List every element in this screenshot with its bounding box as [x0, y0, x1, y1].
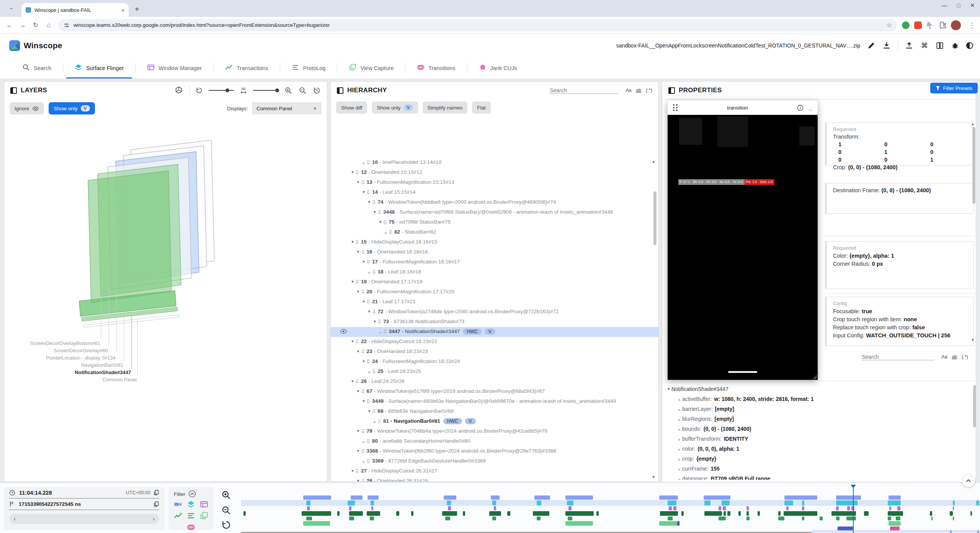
collapse-arrow-icon[interactable]: ▾: [372, 319, 377, 324]
pin-icon[interactable]: [361, 179, 365, 186]
protolog-event[interactable]: [568, 517, 572, 520]
window-manager-event[interactable]: [836, 506, 839, 510]
transactions-event[interactable]: [463, 511, 465, 516]
transactions-event[interactable]: [507, 511, 510, 516]
transactions-event[interactable]: [565, 511, 593, 516]
filter-transitions-icon[interactable]: [187, 523, 195, 531]
protolog-event[interactable]: [537, 517, 541, 520]
collapse-arrow-icon[interactable]: ▾: [350, 379, 355, 384]
screen-recording-event[interactable]: [836, 495, 861, 500]
hierarchy-node-25[interactable]: 25- Leaf:18:23#25: [331, 367, 658, 377]
window-manager-event[interactable]: [349, 506, 351, 510]
layer-label[interactable]: NavigationBar0#81: [81, 362, 123, 368]
hierarchy-node-12[interactable]: ▾12- OneHanded:15:15#12: [331, 168, 658, 178]
screen-recording-event[interactable]: [444, 495, 456, 500]
collapse-arrow-icon[interactable]: ▾: [350, 339, 355, 344]
window-manager-event[interactable]: [719, 506, 722, 510]
property-row-blurRegions[interactable]: blurRegions:[empty]: [666, 414, 976, 424]
window-manager-event[interactable]: [448, 506, 451, 510]
bookmark-star-icon[interactable]: ☆: [887, 21, 892, 29]
transactions-event[interactable]: [533, 511, 549, 516]
window-manager-event[interactable]: [673, 506, 676, 510]
transactions-event[interactable]: [778, 511, 781, 516]
hierarchy-node-3448[interactable]: ▾3448- Surface(name=ed70f88 StatusBar)/@…: [331, 208, 658, 217]
protolog-event[interactable]: [668, 517, 673, 520]
protolog-event[interactable]: [953, 517, 954, 520]
hierarchy-node-13[interactable]: ▾13- FullscreenMagnification:15:15#13: [331, 178, 658, 188]
visibility-eye-icon[interactable]: [340, 329, 347, 335]
minimize-overlay-icon[interactable]: _: [809, 104, 812, 111]
window-maximize-icon[interactable]: □: [957, 2, 960, 8]
collapse-arrow-icon[interactable]: ▾: [350, 239, 355, 244]
window-manager-event[interactable]: [669, 506, 672, 510]
hierarchy-node-20[interactable]: ▾20- FullscreenMagnification:17:17#20: [331, 287, 658, 297]
reload-icon[interactable]: ↻: [29, 21, 42, 29]
transactions-event[interactable]: [411, 511, 413, 516]
next-frame-button[interactable]: ›: [153, 516, 155, 522]
hierarchy-node-16[interactable]: ▾16- OneHanded:16:16#16: [331, 247, 658, 257]
timeline-zoom-in-icon[interactable]: [221, 490, 231, 500]
layer-label[interactable]: Common Panel: [102, 377, 137, 383]
timeline-cursor-head[interactable]: [851, 485, 856, 488]
window-manager-event[interactable]: [802, 506, 804, 510]
collapse-arrow-icon[interactable]: ▾: [367, 409, 372, 414]
screen-recording-event[interactable]: [704, 495, 730, 500]
filter-transactions-icon[interactable]: [174, 512, 182, 520]
hierarchy-node-81[interactable]: 81- NavigationBar0#81HWCV: [331, 417, 658, 427]
match-word-icon[interactable]: ab: [636, 88, 641, 93]
property-row-activeBuffer[interactable]: activeBuffer:w: 1080, h: 2400, stride: 2…: [666, 394, 976, 404]
transactions-event[interactable]: [442, 511, 457, 516]
surface-flinger-event[interactable]: [888, 500, 901, 505]
surface-flinger-event[interactable]: [722, 500, 730, 505]
filter-presets-button[interactable]: Filter Presets: [930, 83, 978, 93]
pin-icon[interactable]: [355, 378, 359, 386]
transactions-event[interactable]: [738, 511, 741, 516]
forward-icon[interactable]: →: [16, 21, 29, 29]
transactions-event[interactable]: [930, 511, 932, 516]
hierarchy-node-28[interactable]: ▾28- OneHanded:26:31#28: [331, 476, 658, 482]
hierarchy-scroll-up-icon[interactable]: ▲: [652, 159, 655, 163]
protolog-event[interactable]: [746, 517, 750, 520]
human-time-input[interactable]: 11:04:14.228: [19, 490, 52, 496]
hierarchy-node-21[interactable]: ▾21- Leaf:17:17#21: [331, 297, 658, 307]
pin-icon[interactable]: [355, 169, 359, 177]
hierarchy-scroll-down-icon[interactable]: ▼: [652, 475, 655, 479]
transactions-event[interactable]: [970, 511, 972, 516]
hierarchy-node-74[interactable]: ▾74- WindowToken{fdddbe6 type=2000 andro…: [331, 198, 658, 208]
view-capture-event[interactable]: [565, 521, 593, 526]
pin-icon[interactable]: [366, 438, 370, 445]
surface-flinger-event[interactable]: [447, 500, 451, 505]
properties-panel-collapse-icon[interactable]: [668, 87, 675, 94]
shortcuts-icon[interactable]: ⌘: [920, 41, 929, 50]
properties-scroll-up-icon[interactable]: ▲: [971, 122, 975, 126]
tab-surface-flinger[interactable]: Surface Flinger: [63, 57, 135, 78]
surface-flinger-event[interactable]: [784, 500, 793, 505]
chip-flat[interactable]: Flat: [472, 101, 491, 114]
pin-icon[interactable]: [383, 329, 387, 336]
hierarchy-node-14[interactable]: ▾14- Leaf:15:15#14: [331, 188, 658, 198]
hierarchy-node-3449[interactable]: ▾3449- Surface(name=885b63e NavigationBa…: [331, 397, 658, 407]
surface-flinger-event[interactable]: [567, 500, 573, 505]
pin-icon[interactable]: [355, 468, 359, 475]
collapse-arrow-icon[interactable]: ▾: [350, 170, 355, 175]
timeline-zoom-out-icon[interactable]: [221, 505, 231, 515]
property-row-bufferTransform[interactable]: bufferTransform:IDENTITY: [666, 434, 976, 444]
property-row-color[interactable]: color:(0, 0, 0), alpha: 1: [666, 444, 976, 454]
hierarchy-node-80[interactable]: 80- ace6abb SecondaryHomeHandle0#80: [331, 437, 658, 446]
protolog-event[interactable]: [836, 517, 840, 520]
collapse-arrow-icon[interactable]: ▾: [356, 180, 361, 185]
window-manager-event[interactable]: [897, 506, 900, 510]
properties-scroll-down-icon[interactable]: ▼: [971, 338, 975, 342]
chip-show-diff[interactable]: Show diff: [336, 101, 367, 114]
overlay-titlebar[interactable]: transition _: [668, 100, 818, 115]
protolog-event[interactable]: [896, 517, 900, 520]
window-manager-event[interactable]: [786, 506, 789, 510]
match-case-icon[interactable]: Aa: [626, 88, 631, 93]
pin-icon[interactable]: [355, 338, 359, 346]
screen-recording-event[interactable]: [491, 495, 500, 500]
transactions-event[interactable]: [596, 511, 599, 516]
nanosecond-time-input[interactable]: 1715339054227572545 ns: [19, 501, 81, 507]
window-manager-event[interactable]: [568, 506, 572, 510]
hierarchy-node-22[interactable]: ▾22- HideDisplayCutout:18:23#22: [331, 337, 658, 347]
pin-icon[interactable]: [366, 458, 370, 465]
